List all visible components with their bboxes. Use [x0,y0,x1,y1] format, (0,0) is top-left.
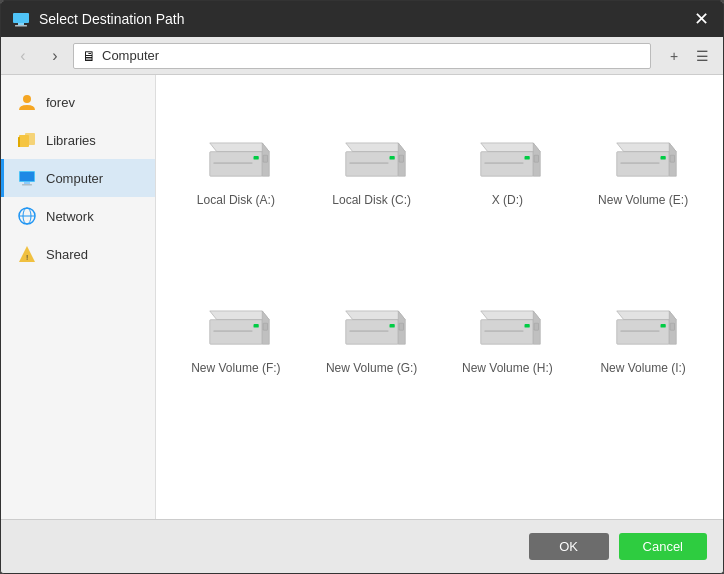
svg-rect-10 [22,184,32,186]
svg-rect-51 [399,323,403,330]
svg-rect-1 [18,23,24,25]
network-icon [16,205,38,227]
footer: OK Cancel [1,519,723,573]
svg-rect-8 [20,172,34,181]
svg-rect-6 [25,133,35,145]
svg-rect-44 [253,324,258,328]
user-icon [16,91,38,113]
svg-rect-56 [525,324,530,328]
svg-rect-32 [525,156,530,160]
svg-marker-22 [345,143,405,152]
shared-icon: ! [16,243,38,265]
drive-label-drive-x: X (D:) [492,193,523,207]
toolbar-right: + ☰ [661,43,715,69]
drives-content: Local Disk (A:) Local Disk (C:) [156,75,723,519]
address-text: Computer [102,48,159,63]
svg-rect-43 [213,330,252,332]
toolbar: ‹ › 🖥 Computer + ☰ [1,37,723,75]
sidebar-item-computer[interactable]: Computer [1,159,155,197]
svg-point-3 [23,95,31,103]
svg-rect-55 [485,330,524,332]
sidebar-label-forev: forev [46,95,75,110]
svg-marker-58 [617,311,677,320]
svg-rect-21 [263,155,267,162]
drive-icon-drive-h [472,303,542,353]
drive-icon-drive-g [337,303,407,353]
svg-rect-20 [253,156,258,160]
view-toggle-button[interactable]: ☰ [689,43,715,69]
drive-label-drive-f: New Volume (F:) [191,361,280,375]
drive-item-drive-g[interactable]: New Volume (G:) [308,259,436,419]
svg-marker-40 [210,311,270,320]
svg-rect-39 [670,155,674,162]
drive-item-drive-x[interactable]: X (D:) [444,91,572,251]
drive-item-drive-a[interactable]: Local Disk (A:) [172,91,300,251]
svg-rect-33 [535,155,539,162]
svg-marker-16 [210,143,270,152]
svg-marker-52 [481,311,541,320]
forward-button[interactable]: › [41,43,69,69]
svg-rect-27 [399,155,403,162]
drive-icon-drive-i [608,303,678,353]
drive-label-drive-e: New Volume (E:) [598,193,688,207]
sidebar-item-libraries[interactable]: Libraries [1,121,155,159]
svg-marker-28 [481,143,541,152]
svg-rect-25 [349,162,388,164]
drive-label-drive-g: New Volume (G:) [326,361,417,375]
svg-rect-0 [13,13,29,23]
sidebar-label-libraries: Libraries [46,133,96,148]
dialog-icon [11,9,31,29]
svg-rect-63 [670,323,674,330]
drive-label-drive-c: Local Disk (C:) [332,193,411,207]
drive-icon-drive-a [201,135,271,185]
sidebar-label-computer: Computer [46,171,103,186]
svg-rect-62 [661,324,666,328]
computer-icon [16,167,38,189]
drive-icon-drive-e [608,135,678,185]
svg-rect-19 [213,162,252,164]
svg-rect-26 [389,156,394,160]
cancel-button[interactable]: Cancel [619,533,707,560]
dialog-title: Select Destination Path [39,11,689,27]
svg-rect-31 [485,162,524,164]
drive-item-drive-e[interactable]: New Volume (E:) [579,91,707,251]
address-icon: 🖥 [82,48,96,64]
svg-rect-38 [661,156,666,160]
new-folder-button[interactable]: + [661,43,687,69]
sidebar: forev Libraries [1,75,156,519]
svg-rect-5 [18,137,20,147]
drive-icon-drive-f [201,303,271,353]
close-button[interactable]: ✕ [689,7,713,31]
svg-rect-2 [15,25,27,27]
libraries-icon [16,129,38,151]
address-bar: 🖥 Computer [73,43,651,69]
sidebar-item-network[interactable]: Network [1,197,155,235]
svg-marker-34 [617,143,677,152]
svg-rect-57 [535,323,539,330]
main-content: forev Libraries [1,75,723,519]
drive-label-drive-h: New Volume (H:) [462,361,553,375]
svg-rect-61 [620,330,659,332]
svg-rect-49 [349,330,388,332]
drive-item-drive-f[interactable]: New Volume (F:) [172,259,300,419]
svg-text:!: ! [26,253,28,262]
drive-icon-drive-x [472,135,542,185]
sidebar-item-shared[interactable]: ! Shared [1,235,155,273]
drive-label-drive-a: Local Disk (A:) [197,193,275,207]
svg-rect-45 [263,323,267,330]
drive-icon-drive-c [337,135,407,185]
title-bar: Select Destination Path ✕ [1,1,723,37]
drive-item-drive-c[interactable]: Local Disk (C:) [308,91,436,251]
drive-item-drive-i[interactable]: New Volume (I:) [579,259,707,419]
sidebar-label-network: Network [46,209,94,224]
drive-label-drive-i: New Volume (I:) [600,361,685,375]
ok-button[interactable]: OK [529,533,609,560]
sidebar-label-shared: Shared [46,247,88,262]
drive-item-drive-h[interactable]: New Volume (H:) [444,259,572,419]
back-button[interactable]: ‹ [9,43,37,69]
svg-rect-37 [620,162,659,164]
svg-marker-46 [345,311,405,320]
svg-rect-50 [389,324,394,328]
sidebar-item-forev[interactable]: forev [1,83,155,121]
select-destination-dialog: Select Destination Path ✕ ‹ › 🖥 Computer… [0,0,724,574]
